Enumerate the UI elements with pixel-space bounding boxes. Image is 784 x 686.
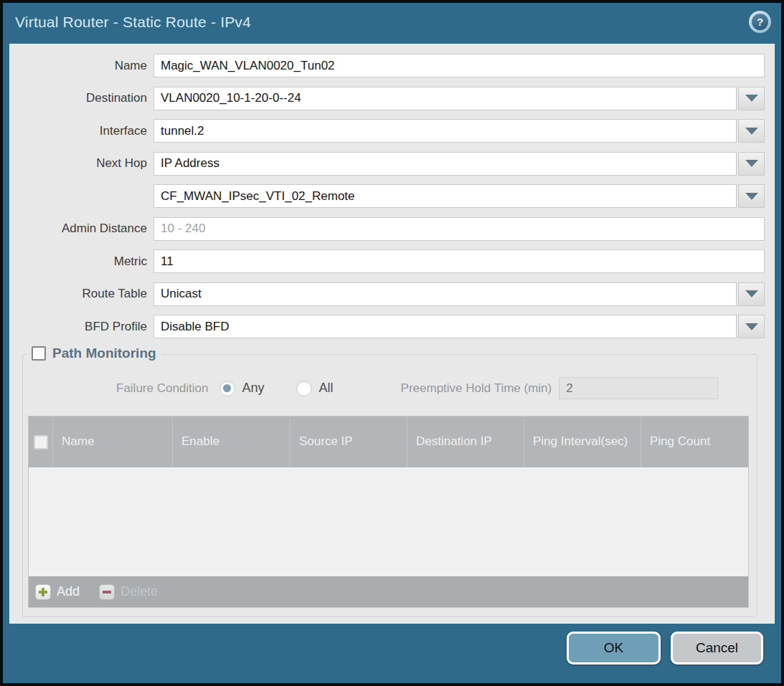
destination-dropdown-button[interactable] bbox=[738, 87, 765, 110]
bfd-profile-input[interactable] bbox=[154, 315, 737, 338]
route-table-input[interactable] bbox=[154, 282, 737, 306]
form-row-route-table: Route Table bbox=[10, 282, 765, 306]
column-header-name: Name bbox=[52, 416, 172, 467]
delete-button-label: Delete bbox=[121, 584, 158, 599]
dialog-content: Name Destination Interface bbox=[9, 44, 775, 624]
dialog-footer: OK Cancel bbox=[3, 621, 781, 683]
form-row-metric: Metric bbox=[10, 249, 765, 273]
form-row-bfd-profile: BFD Profile bbox=[10, 315, 765, 338]
column-header-source-ip: Source IP bbox=[290, 416, 407, 467]
form-row-next-hop: Next Hop bbox=[10, 152, 765, 176]
preemptive-hold-time-input[interactable] bbox=[559, 377, 718, 399]
path-monitoring-checkbox[interactable] bbox=[32, 346, 46, 361]
next-hop-address-input[interactable] bbox=[154, 184, 737, 208]
interface-dropdown-button[interactable] bbox=[738, 119, 765, 143]
column-header-ping-interval: Ping Interval(sec) bbox=[524, 416, 641, 467]
name-label: Name bbox=[10, 59, 154, 73]
table-toolbar: Add Delete bbox=[29, 576, 748, 607]
add-button-label: Add bbox=[57, 584, 80, 599]
chevron-down-icon bbox=[745, 160, 758, 167]
path-monitoring-legend: Path Monitoring bbox=[27, 346, 161, 361]
route-table-dropdown-button[interactable] bbox=[738, 282, 765, 306]
path-monitoring-title: Path Monitoring bbox=[52, 346, 156, 361]
interface-label: Interface bbox=[10, 124, 154, 138]
chevron-down-icon bbox=[745, 290, 758, 297]
cancel-button[interactable]: Cancel bbox=[671, 632, 763, 664]
form-row-name: Name bbox=[10, 54, 765, 77]
metric-label: Metric bbox=[10, 254, 154, 269]
metric-input[interactable] bbox=[154, 249, 765, 273]
next-hop-address-dropdown-button[interactable] bbox=[738, 184, 765, 208]
next-hop-type-input[interactable] bbox=[154, 152, 737, 176]
help-question-glyph: ? bbox=[752, 14, 768, 30]
interface-input[interactable] bbox=[154, 119, 737, 143]
failure-condition-label: Failure Condition bbox=[116, 381, 209, 396]
form-row-admin-distance: Admin Distance bbox=[10, 217, 765, 241]
bfd-profile-dropdown-button[interactable] bbox=[738, 315, 765, 338]
add-button[interactable]: Add bbox=[35, 584, 80, 600]
form-row-next-hop-address bbox=[10, 184, 765, 208]
next-hop-dropdown-button[interactable] bbox=[738, 152, 765, 176]
table-body-empty bbox=[29, 467, 748, 576]
chevron-down-icon bbox=[745, 323, 758, 330]
admin-distance-label: Admin Distance bbox=[10, 221, 154, 236]
help-icon[interactable]: ? bbox=[749, 11, 771, 33]
chevron-down-icon bbox=[745, 193, 758, 200]
ok-button[interactable]: OK bbox=[567, 632, 661, 664]
destination-input[interactable] bbox=[154, 87, 737, 110]
radio-all-label: All bbox=[319, 381, 334, 396]
delete-minus-icon bbox=[99, 584, 115, 600]
add-plus-icon bbox=[35, 584, 51, 600]
failure-condition-radio-any[interactable] bbox=[219, 381, 235, 396]
name-input[interactable] bbox=[154, 54, 765, 77]
destination-label: Destination bbox=[10, 91, 154, 105]
column-header-enable: Enable bbox=[172, 416, 290, 467]
table-header-checkbox-cell bbox=[29, 416, 52, 467]
dialog-title: Virtual Router - Static Route - IPv4 bbox=[15, 14, 749, 31]
failure-condition-row: Failure Condition Any All Preemptive Hol… bbox=[23, 377, 757, 399]
title-bar: Virtual Router - Static Route - IPv4 ? bbox=[3, 3, 781, 41]
next-hop-label: Next Hop bbox=[10, 156, 154, 171]
chevron-down-icon bbox=[745, 95, 758, 102]
chevron-down-icon bbox=[745, 128, 758, 135]
preemptive-hold-time-label: Preemptive Hold Time (min) bbox=[401, 381, 552, 396]
admin-distance-input[interactable] bbox=[154, 217, 765, 241]
table-header-row: Name Enable Source IP Destination IP Pin… bbox=[29, 416, 748, 467]
column-header-destination-ip: Destination IP bbox=[407, 416, 524, 467]
form-row-interface: Interface bbox=[10, 119, 765, 143]
select-all-checkbox[interactable] bbox=[34, 435, 48, 449]
virtual-router-static-route-dialog: Virtual Router - Static Route - IPv4 ? N… bbox=[0, 0, 784, 686]
column-header-ping-count: Ping Count bbox=[641, 416, 748, 467]
path-monitoring-section: Path Monitoring Failure Condition Any Al… bbox=[22, 354, 757, 617]
delete-button[interactable]: Delete bbox=[99, 584, 158, 600]
radio-any-label: Any bbox=[242, 381, 265, 396]
form-row-destination: Destination bbox=[10, 87, 765, 110]
path-monitoring-table: Name Enable Source IP Destination IP Pin… bbox=[28, 416, 749, 608]
bfd-profile-label: BFD Profile bbox=[10, 320, 154, 334]
route-table-label: Route Table bbox=[10, 287, 154, 301]
failure-condition-radio-all[interactable] bbox=[296, 381, 312, 396]
